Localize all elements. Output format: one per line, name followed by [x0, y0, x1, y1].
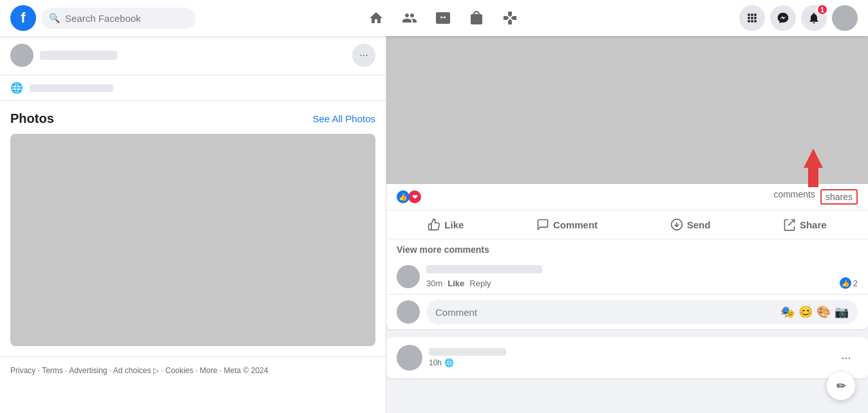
share-button[interactable]: Share [775, 213, 835, 236]
comment-meta: 30m Like Reply 👍 2 [426, 277, 858, 289]
floating-edit-button[interactable]: ✏ [827, 372, 855, 400]
profile-info [10, 44, 117, 67]
footer-links: Privacy · Terms · Advertising · Ad choic… [0, 357, 386, 385]
emoji-icon[interactable]: 😊 [798, 305, 813, 319]
comment-input-box[interactable]: 🎭 😊 🎨 📷 [426, 300, 858, 324]
messenger-icon [777, 12, 789, 24]
like-button[interactable]: Like [420, 213, 471, 236]
like-reaction: 👍 [397, 190, 410, 203]
emoji-toolbar: 🎭 😊 🎨 📷 [780, 305, 849, 319]
like-icon [428, 218, 440, 231]
post-feed: 👍 ❤ comments shares Like [386, 36, 868, 386]
globe-icon: 🌐 [10, 82, 23, 94]
comment-icon [536, 218, 549, 231]
notifications-button[interactable]: 1 [801, 5, 827, 31]
nav-center [361, 3, 525, 33]
comment-reaction-count: 👍 2 [840, 277, 858, 289]
current-user-avatar [397, 300, 420, 324]
svg-line-3 [788, 220, 794, 226]
comment-reply-button[interactable]: Reply [469, 279, 491, 288]
photos-title: Photos [10, 111, 54, 126]
comment-like-count: 2 [853, 279, 858, 288]
svg-marker-0 [804, 149, 823, 187]
globe-row: 🌐 [0, 75, 386, 101]
comment-like-button[interactable]: Like [448, 279, 464, 288]
friends-nav-button[interactable] [394, 3, 425, 33]
comment-button[interactable]: Comment [529, 213, 605, 236]
comment-input-row: 🎭 😊 🎨 📷 [386, 294, 868, 329]
next-post-name [429, 348, 506, 356]
footer-text: Privacy · Terms · Advertising · Ad choic… [10, 366, 268, 375]
search-container[interactable]: 🔍 [41, 8, 196, 29]
marketplace-nav-button[interactable] [461, 3, 492, 33]
next-post-time: 10h 🌐 [429, 358, 506, 367]
friends-icon [402, 10, 417, 26]
home-nav-button[interactable] [361, 3, 392, 33]
search-icon: 🔍 [49, 13, 60, 23]
watch-icon [435, 10, 451, 26]
nav-right: 1 [690, 5, 858, 31]
red-arrow-indicator [794, 142, 833, 194]
nav-left: f 🔍 [10, 5, 196, 31]
gif-icon[interactable]: 🎭 [780, 305, 795, 319]
send-icon [670, 218, 683, 231]
comment-item: 30m Like Reply 👍 2 [386, 260, 868, 294]
grid-icon [746, 12, 759, 24]
profile-avatar[interactable] [10, 44, 33, 67]
marketplace-icon [469, 10, 484, 26]
privacy-text [30, 84, 113, 92]
action-buttons: Like Comment Send Share [386, 210, 868, 239]
heart-reaction: ❤ [408, 190, 421, 203]
view-more-comments[interactable]: View more comments [386, 239, 868, 260]
main-layout: ··· 🌐 Photos See All Photos Privacy · Te… [0, 36, 868, 413]
next-post-avatar [397, 345, 422, 371]
comment-input[interactable] [435, 307, 777, 318]
post-card: 👍 ❤ comments shares Like [386, 36, 868, 329]
photos-section: Photos See All Photos [0, 101, 386, 357]
reaction-icons: 👍 ❤ [397, 190, 421, 203]
profile-name [40, 51, 117, 60]
comment-bubble: 30m Like Reply 👍 2 [426, 265, 858, 289]
photos-header: Photos See All Photos [10, 111, 375, 126]
next-post-meta: 10h 🌐 [429, 348, 506, 367]
next-post-info: 10h 🌐 [397, 345, 506, 371]
profile-row: ··· [0, 36, 386, 75]
photos-placeholder-image [10, 134, 375, 346]
gaming-icon [502, 10, 518, 26]
messenger-button[interactable] [770, 5, 796, 31]
facebook-logo[interactable]: f [10, 5, 36, 31]
attachment-icon[interactable]: 📷 [835, 305, 849, 319]
menu-button[interactable] [739, 5, 765, 31]
user-avatar[interactable] [832, 5, 858, 31]
comment-time: 30m [426, 279, 442, 288]
gaming-nav-button[interactable] [495, 3, 525, 33]
next-post-preview: 10h 🌐 ··· [386, 337, 868, 378]
top-navigation: f 🔍 1 [0, 0, 868, 36]
next-post-more-button[interactable]: ··· [835, 346, 858, 369]
share-icon [783, 218, 796, 231]
left-panel: ··· 🌐 Photos See All Photos Privacy · Te… [0, 36, 386, 413]
watch-nav-button[interactable] [428, 3, 458, 33]
send-button[interactable]: Send [663, 213, 719, 236]
post-more-button[interactable]: ··· [352, 44, 375, 67]
comment-like-icon: 👍 [840, 277, 851, 289]
commenter-name [426, 265, 542, 273]
right-panel: 👍 ❤ comments shares Like [386, 36, 868, 413]
edit-icon: ✏ [836, 379, 846, 393]
search-input[interactable] [65, 13, 188, 24]
see-all-photos-link[interactable]: See All Photos [312, 113, 375, 124]
home-icon [368, 10, 384, 26]
notification-badge: 1 [816, 4, 828, 15]
sticker-icon[interactable]: 🎨 [816, 305, 831, 319]
reactions-wrapper: 👍 ❤ comments shares [386, 184, 868, 210]
commenter-avatar [397, 265, 420, 288]
